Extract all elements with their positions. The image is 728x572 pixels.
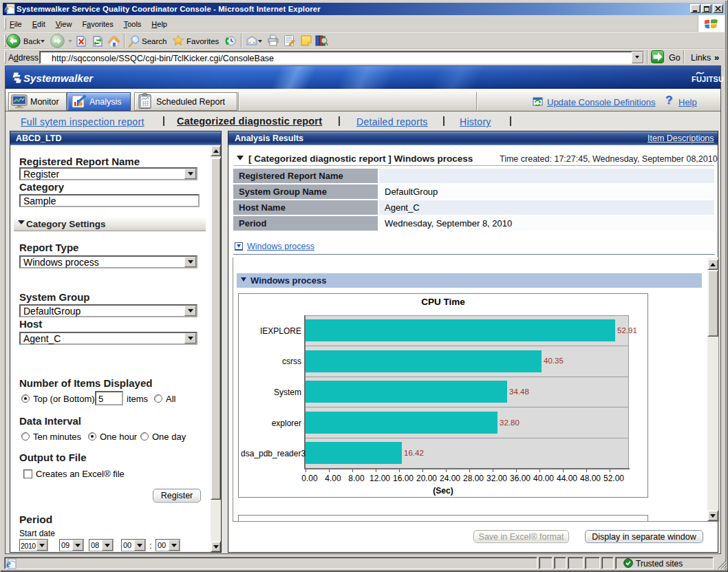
svg-text:e: e	[6, 558, 11, 569]
svg-text:e: e	[4, 3, 9, 14]
